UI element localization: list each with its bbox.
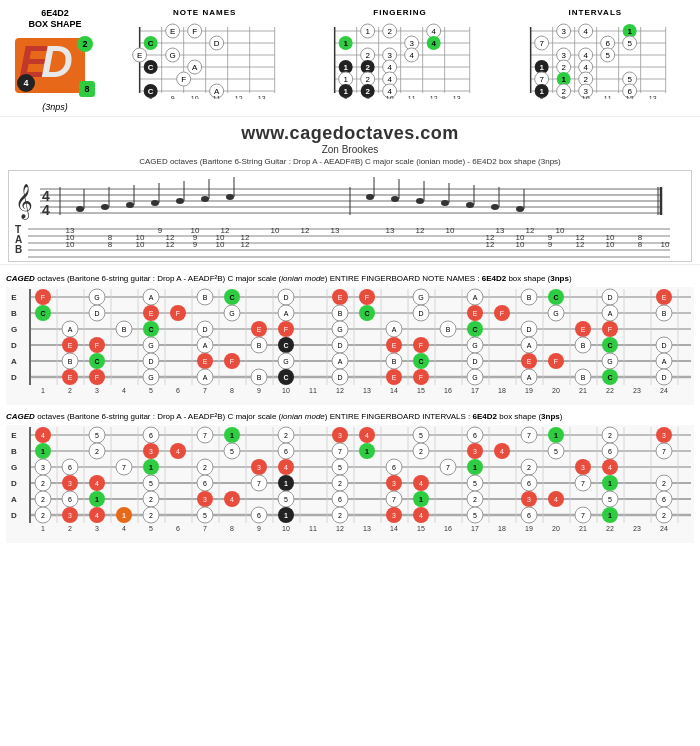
svg-text:D: D bbox=[418, 310, 423, 317]
svg-text:C: C bbox=[418, 358, 423, 365]
svg-text:1: 1 bbox=[41, 448, 45, 455]
svg-text:7: 7 bbox=[446, 464, 450, 471]
svg-text:A: A bbox=[11, 495, 17, 504]
svg-text:C: C bbox=[94, 358, 99, 365]
svg-text:2: 2 bbox=[338, 512, 342, 519]
svg-text:2: 2 bbox=[473, 496, 477, 503]
svg-text:1: 1 bbox=[561, 75, 566, 84]
notation-description: CAGED octaves (Baritone 6-String Guitar … bbox=[0, 157, 700, 166]
svg-text:B: B bbox=[15, 244, 22, 255]
svg-text:F: F bbox=[554, 358, 558, 365]
svg-text:2: 2 bbox=[41, 480, 45, 487]
svg-point-187 bbox=[466, 202, 474, 208]
svg-text:8: 8 bbox=[149, 95, 153, 99]
svg-text:3: 3 bbox=[662, 432, 666, 439]
svg-text:9: 9 bbox=[548, 240, 553, 249]
svg-text:1: 1 bbox=[419, 496, 423, 503]
svg-text:9: 9 bbox=[171, 95, 175, 99]
svg-text:5: 5 bbox=[473, 512, 477, 519]
svg-text:D: D bbox=[472, 358, 477, 365]
svg-text:10: 10 bbox=[581, 95, 589, 99]
svg-text:D: D bbox=[526, 326, 531, 333]
svg-text:E: E bbox=[662, 294, 667, 301]
svg-text:G: G bbox=[148, 342, 153, 349]
svg-text:1: 1 bbox=[554, 432, 558, 439]
svg-text:A: A bbox=[338, 358, 343, 365]
svg-text:7: 7 bbox=[539, 75, 544, 84]
svg-text:3: 3 bbox=[410, 39, 415, 48]
svg-text:A: A bbox=[527, 342, 532, 349]
svg-text:1: 1 bbox=[284, 512, 288, 519]
svg-text:5: 5 bbox=[149, 525, 153, 532]
svg-text:C: C bbox=[283, 342, 288, 349]
svg-text:18: 18 bbox=[498, 525, 506, 532]
svg-point-189 bbox=[491, 204, 499, 210]
svg-text:6: 6 bbox=[257, 512, 261, 519]
svg-text:7: 7 bbox=[581, 512, 585, 519]
full-fingerboard-intervals: E B G D A D 1 2 3 4 5 6 7 8 9 10 11 12 1… bbox=[6, 425, 694, 545]
caged-intervals-caged-label: CAGED bbox=[6, 412, 35, 421]
svg-text:3: 3 bbox=[392, 480, 396, 487]
diagrams-row: NOTE NAMES E F bbox=[110, 8, 690, 99]
svg-text:G: G bbox=[94, 294, 99, 301]
svg-text:2: 2 bbox=[95, 448, 99, 455]
svg-text:12: 12 bbox=[336, 387, 344, 394]
logo-badge-dark: 4 bbox=[17, 74, 35, 92]
svg-text:1: 1 bbox=[149, 464, 153, 471]
full-fingerboard-notes: E B G D A D bbox=[6, 287, 694, 407]
svg-text:F: F bbox=[230, 358, 234, 365]
svg-text:C: C bbox=[553, 294, 558, 301]
svg-text:20: 20 bbox=[552, 387, 560, 394]
note-names-diagram: NOTE NAMES E F bbox=[110, 8, 299, 99]
svg-text:6: 6 bbox=[176, 525, 180, 532]
svg-text:G: G bbox=[553, 310, 558, 317]
svg-text:18: 18 bbox=[498, 387, 506, 394]
svg-text:D: D bbox=[202, 326, 207, 333]
svg-text:13: 13 bbox=[453, 95, 461, 99]
svg-text:2: 2 bbox=[366, 63, 371, 72]
svg-text:10: 10 bbox=[66, 240, 75, 249]
svg-point-174 bbox=[201, 196, 209, 202]
svg-point-176 bbox=[226, 194, 234, 200]
svg-text:A: A bbox=[662, 358, 667, 365]
svg-text:5: 5 bbox=[608, 496, 612, 503]
svg-text:4: 4 bbox=[122, 525, 126, 532]
svg-text:4: 4 bbox=[388, 63, 393, 72]
svg-text:5: 5 bbox=[627, 75, 632, 84]
svg-text:7: 7 bbox=[662, 448, 666, 455]
svg-text:9: 9 bbox=[561, 95, 565, 99]
svg-text:10: 10 bbox=[606, 240, 615, 249]
svg-text:D: D bbox=[11, 511, 17, 520]
svg-text:B: B bbox=[527, 294, 532, 301]
fingerboard-notes-svg: E B G D A D bbox=[6, 287, 694, 405]
svg-text:A: A bbox=[284, 310, 289, 317]
svg-text:7: 7 bbox=[392, 496, 396, 503]
svg-text:6: 6 bbox=[284, 448, 288, 455]
svg-text:C: C bbox=[40, 310, 45, 317]
svg-text:23: 23 bbox=[633, 387, 641, 394]
svg-point-185 bbox=[441, 200, 449, 206]
svg-text:3: 3 bbox=[561, 27, 566, 36]
svg-text:11: 11 bbox=[408, 95, 416, 99]
svg-text:F: F bbox=[284, 326, 288, 333]
svg-text:4: 4 bbox=[230, 496, 234, 503]
svg-text:10: 10 bbox=[516, 240, 525, 249]
svg-text:5: 5 bbox=[554, 448, 558, 455]
svg-text:2: 2 bbox=[561, 63, 566, 72]
svg-text:4: 4 bbox=[583, 63, 588, 72]
box-shape-area: 6E4D2 BOX SHAPE E D 2 4 8 (3nps) bbox=[10, 8, 100, 112]
intervals-diagram: INTERVALS 3 4 1 bbox=[501, 8, 690, 99]
svg-text:13: 13 bbox=[363, 525, 371, 532]
svg-text:D: D bbox=[337, 374, 342, 381]
svg-point-181 bbox=[391, 196, 399, 202]
svg-text:E: E bbox=[581, 326, 586, 333]
svg-text:G: G bbox=[148, 374, 153, 381]
svg-text:3: 3 bbox=[41, 464, 45, 471]
fingering-svg: 1 2 4 3 1 4 2 3 4 1 2 bbox=[305, 19, 494, 99]
svg-text:3: 3 bbox=[338, 432, 342, 439]
svg-text:B: B bbox=[68, 358, 73, 365]
svg-point-170 bbox=[151, 200, 159, 206]
svg-text:3: 3 bbox=[581, 464, 585, 471]
svg-text:1: 1 bbox=[344, 75, 349, 84]
svg-text:D: D bbox=[337, 342, 342, 349]
